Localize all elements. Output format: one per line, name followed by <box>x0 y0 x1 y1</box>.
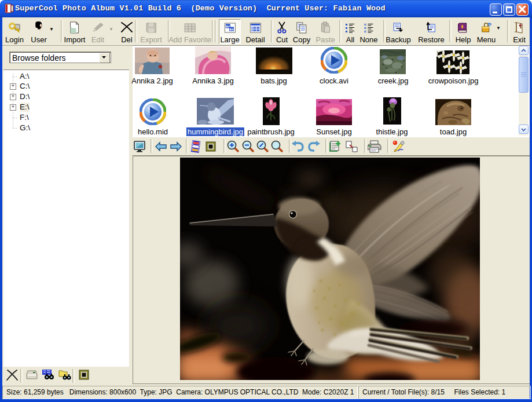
svg-text:D: D <box>230 28 233 31</box>
svg-text:D: D <box>227 25 229 28</box>
